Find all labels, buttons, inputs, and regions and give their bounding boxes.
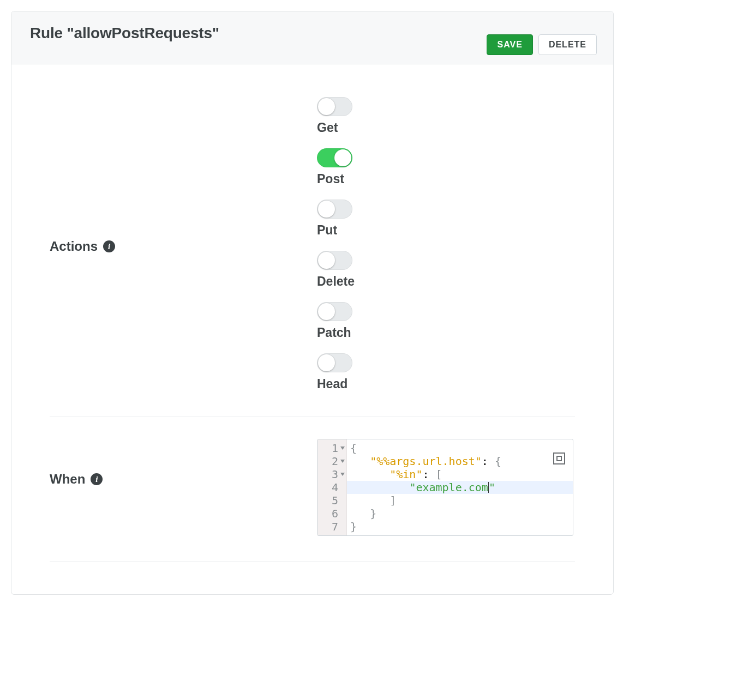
toggle-group-put: Put	[317, 200, 355, 238]
panel-title: Rule "allowPostRequests"	[30, 25, 219, 42]
panel-header: Rule "allowPostRequests" SAVE DELETE	[11, 11, 613, 64]
code-line[interactable]: }	[347, 520, 573, 533]
gutter-line: 5	[322, 494, 345, 507]
fold-icon[interactable]	[340, 458, 345, 464]
toggle-put[interactable]	[317, 200, 352, 219]
fullscreen-button[interactable]	[552, 451, 566, 466]
fold-icon	[340, 524, 345, 529]
toggle-label: Patch	[317, 325, 355, 340]
gutter-line: 6	[322, 507, 345, 520]
gutter-line: 3	[322, 468, 345, 481]
actions-toggles: GetPostPutDeletePatchHead	[317, 97, 355, 391]
when-code-editor[interactable]: 1234567 { "%%args.url.host": { "%in": [ …	[317, 439, 573, 536]
delete-button[interactable]: DELETE	[538, 34, 597, 55]
rule-panel: Rule "allowPostRequests" SAVE DELETE Act…	[11, 11, 614, 595]
when-label: When	[50, 472, 85, 487]
svg-rect-3	[554, 453, 565, 464]
code-line[interactable]: {	[347, 442, 573, 455]
gutter-line: 2	[322, 455, 345, 468]
when-label-col: When i	[50, 439, 317, 487]
toggle-label: Head	[317, 377, 355, 391]
toggle-label: Delete	[317, 274, 355, 289]
code-content[interactable]: { "%%args.url.host": { "%in": [ "example…	[347, 439, 573, 535]
code-line[interactable]: "example.com"	[347, 481, 573, 494]
code-line[interactable]: "%in": [	[347, 468, 573, 481]
code-line[interactable]: }	[347, 507, 573, 520]
toggle-get[interactable]	[317, 97, 352, 116]
toggle-delete[interactable]	[317, 251, 352, 270]
code-line[interactable]: ]	[347, 494, 573, 507]
toggle-patch[interactable]	[317, 302, 352, 321]
fullscreen-icon	[552, 451, 566, 466]
actions-label: Actions	[50, 239, 98, 254]
fold-icon[interactable]	[340, 445, 345, 451]
code-gutter: 1234567	[317, 439, 347, 535]
fold-icon	[340, 511, 345, 516]
fold-icon	[340, 498, 345, 503]
gutter-line: 4	[322, 481, 345, 494]
svg-marker-2	[340, 473, 345, 476]
fold-icon[interactable]	[340, 472, 345, 477]
svg-marker-1	[340, 460, 345, 463]
svg-marker-0	[340, 446, 345, 450]
info-icon[interactable]: i	[103, 240, 115, 252]
fold-icon	[340, 485, 345, 490]
info-icon[interactable]: i	[91, 473, 103, 485]
toggle-label: Get	[317, 120, 355, 135]
panel-body: Actions i GetPostPutDeletePatchHead When…	[11, 64, 613, 594]
code-line[interactable]: "%%args.url.host": {	[347, 455, 573, 468]
actions-label-col: Actions i	[50, 97, 317, 254]
toggle-group-patch: Patch	[317, 302, 355, 340]
toggle-group-get: Get	[317, 97, 355, 135]
panel-actions: SAVE DELETE	[487, 34, 597, 55]
toggle-group-post: Post	[317, 148, 355, 186]
when-row: When i 1234567 { "%%args.url.host": { "%…	[50, 439, 575, 562]
actions-row: Actions i GetPostPutDeletePatchHead	[50, 97, 575, 417]
gutter-line: 7	[322, 520, 345, 533]
toggle-head[interactable]	[317, 353, 352, 372]
toggle-group-delete: Delete	[317, 251, 355, 289]
gutter-line: 1	[322, 442, 345, 455]
svg-rect-4	[557, 456, 561, 461]
toggle-label: Put	[317, 223, 355, 238]
toggle-label: Post	[317, 172, 355, 186]
toggle-group-head: Head	[317, 353, 355, 391]
toggle-post[interactable]	[317, 148, 352, 167]
save-button[interactable]: SAVE	[487, 34, 532, 55]
